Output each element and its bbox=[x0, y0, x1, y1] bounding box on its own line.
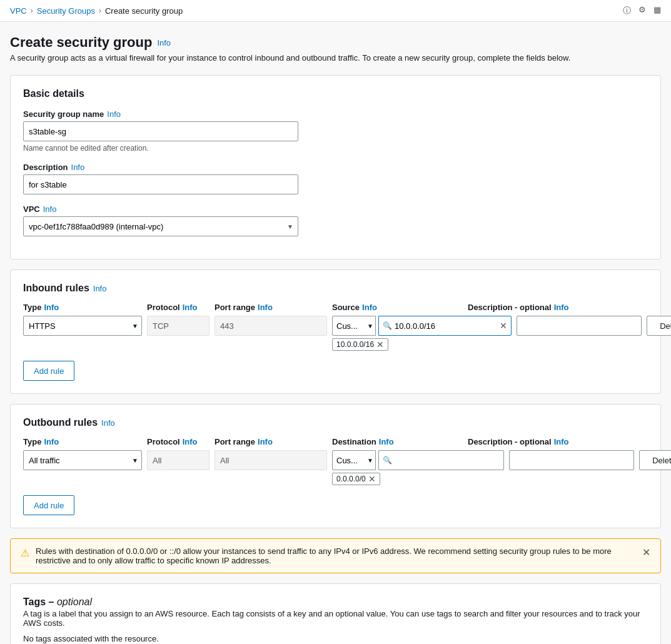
description-input[interactable] bbox=[23, 174, 298, 194]
inbound-protocol-input bbox=[147, 316, 209, 336]
inbound-source-tag: 10.0.0.0/16 ✕ bbox=[332, 338, 388, 351]
outbound-col-dest-info[interactable]: Info bbox=[379, 437, 394, 446]
outbound-col-protocol-info[interactable]: Info bbox=[183, 437, 198, 446]
tags-subtitle: A tag is a label that you assign to an A… bbox=[23, 609, 648, 628]
outbound-col-port-info[interactable]: Info bbox=[258, 437, 273, 446]
breadcrumb: VPC › Security Groups › Create security … bbox=[0, 0, 671, 22]
inbound-col-desc: Description - optional Info bbox=[468, 303, 593, 312]
breadcrumb-security-groups[interactable]: Security Groups bbox=[37, 6, 95, 16]
breadcrumb-vpc[interactable]: VPC bbox=[10, 6, 27, 16]
page-subtitle: A security group acts as a virtual firew… bbox=[10, 53, 661, 63]
outbound-rules-col-headers: Type Info Protocol Info Port range Info … bbox=[23, 437, 648, 446]
outbound-dest-tags: 0.0.0.0/0 ✕ bbox=[332, 473, 504, 485]
settings-icon[interactable]: ⚙ bbox=[638, 5, 646, 16]
name-label: Security group name Info bbox=[23, 109, 648, 119]
breadcrumb-sep-1: › bbox=[31, 6, 33, 15]
name-note: Name cannot be edited after creation. bbox=[23, 144, 648, 153]
outbound-col-type-info[interactable]: Info bbox=[44, 437, 59, 446]
outbound-rules-section: Outbound rules Info Type Info Protocol I… bbox=[10, 404, 661, 528]
outbound-dest-inner: Cus... ▼ 🔍 bbox=[332, 450, 504, 470]
vpc-field-group: VPC Info vpc-0ef1fc788faa0d989 (internal… bbox=[23, 204, 648, 236]
vpc-info-link[interactable]: Info bbox=[43, 204, 57, 214]
basic-details-title: Basic details bbox=[23, 88, 648, 99]
outbound-dest-cell: Cus... ▼ 🔍 0.0.0.0/0 ✕ bbox=[332, 450, 504, 485]
outbound-port-input bbox=[214, 450, 327, 470]
inbound-col-source-info[interactable]: Info bbox=[362, 303, 377, 312]
inbound-rules-col-headers: Type Info Protocol Info Port range Info … bbox=[23, 303, 648, 312]
outbound-protocol-input bbox=[147, 450, 209, 470]
page-title: Create security group Info bbox=[10, 34, 661, 51]
inbound-delete-button[interactable]: Delete bbox=[647, 316, 671, 336]
inbound-source-cell: Cus... ▼ 🔍 ✕ 10.0.0.0/16 ✕ bbox=[332, 316, 512, 351]
tags-title: Tags – optional bbox=[23, 596, 648, 608]
inbound-source-select[interactable]: Cus... bbox=[332, 316, 376, 336]
tags-section: Tags – optional A tag is a label that yo… bbox=[10, 583, 661, 644]
inbound-source-select-wrap: Cus... ▼ bbox=[332, 316, 376, 336]
outbound-rules-info-link[interactable]: Info bbox=[101, 418, 115, 428]
desc-label: Description Info bbox=[23, 163, 648, 172]
basic-details-section: Basic details Security group name Info N… bbox=[10, 75, 661, 259]
inbound-source-inner: Cus... ▼ 🔍 ✕ bbox=[332, 316, 512, 336]
inbound-port-input bbox=[214, 316, 327, 336]
outbound-col-dest: Destination Info bbox=[332, 437, 463, 446]
outbound-type-wrapper: All traffic ▼ bbox=[23, 450, 142, 470]
outbound-dest-tag-remove[interactable]: ✕ bbox=[368, 475, 376, 483]
inbound-col-source: Source Info bbox=[332, 303, 463, 312]
vpc-label: VPC Info bbox=[23, 204, 648, 214]
breadcrumb-icons: ⓘ ⚙ ▦ bbox=[623, 5, 661, 16]
help-icon[interactable]: ⓘ bbox=[623, 5, 631, 16]
layout-icon[interactable]: ▦ bbox=[653, 5, 661, 16]
outbound-rules-header: Outbound rules Info bbox=[23, 417, 648, 428]
warning-text: Rules with destination of 0.0.0.0/0 or :… bbox=[36, 546, 636, 565]
security-group-name-input[interactable] bbox=[23, 121, 298, 141]
inbound-col-port-info[interactable]: Info bbox=[258, 303, 273, 312]
outbound-type-select[interactable]: All traffic bbox=[23, 450, 142, 470]
vpc-select-wrapper: vpc-0ef1fc788faa0d989 (internal-vpc) ▼ bbox=[23, 216, 298, 236]
outbound-dest-search-input[interactable] bbox=[395, 456, 500, 465]
inbound-source-tag-remove[interactable]: ✕ bbox=[376, 340, 384, 349]
outbound-dest-tag-value: 0.0.0.0/0 bbox=[336, 475, 366, 483]
outbound-add-rule-button[interactable]: Add rule bbox=[23, 495, 74, 515]
desc-field-group: Description Info bbox=[23, 163, 648, 194]
outbound-col-port: Port range Info bbox=[214, 437, 327, 446]
outbound-rules-title: Outbound rules bbox=[23, 417, 98, 428]
inbound-rules-title: Inbound rules bbox=[23, 283, 89, 294]
inbound-source-search-box[interactable]: 🔍 ✕ bbox=[378, 316, 512, 336]
inbound-type-select[interactable]: HTTPS bbox=[23, 316, 142, 336]
warning-close-icon[interactable]: ✕ bbox=[642, 546, 650, 558]
page-info-link[interactable]: Info bbox=[157, 38, 171, 48]
inbound-desc-input[interactable] bbox=[517, 316, 642, 336]
inbound-rules-info-link[interactable]: Info bbox=[93, 284, 107, 293]
outbound-dest-select-wrap: Cus... ▼ bbox=[332, 450, 376, 470]
outbound-col-desc: Description - optional Info bbox=[468, 437, 593, 446]
inbound-rules-header: Inbound rules Info bbox=[23, 283, 648, 294]
outbound-search-icon: 🔍 bbox=[383, 456, 392, 465]
outbound-col-desc-info[interactable]: Info bbox=[554, 437, 569, 446]
outbound-col-protocol: Protocol Info bbox=[147, 437, 209, 446]
vpc-select[interactable]: vpc-0ef1fc788faa0d989 (internal-vpc) bbox=[23, 216, 298, 236]
inbound-col-protocol: Protocol Info bbox=[147, 303, 209, 312]
outbound-dest-search-box[interactable]: 🔍 bbox=[378, 450, 504, 470]
inbound-source-search-input[interactable] bbox=[395, 321, 500, 331]
desc-info-link[interactable]: Info bbox=[71, 163, 85, 172]
outbound-desc-input[interactable] bbox=[509, 450, 634, 470]
inbound-source-tags: 10.0.0.0/16 ✕ bbox=[332, 338, 512, 351]
outbound-dest-select[interactable]: Cus... bbox=[332, 450, 376, 470]
tags-optional: optional bbox=[57, 596, 92, 607]
no-tags-message: No tags associated with the resource. bbox=[23, 634, 648, 643]
outbound-delete-button[interactable]: Delete bbox=[639, 450, 671, 470]
inbound-col-desc-info[interactable]: Info bbox=[554, 303, 569, 312]
inbound-col-protocol-info[interactable]: Info bbox=[183, 303, 198, 312]
inbound-add-rule-button[interactable]: Add rule bbox=[23, 361, 74, 381]
warning-icon: ⚠ bbox=[21, 547, 29, 559]
inbound-col-type-info[interactable]: Info bbox=[44, 303, 59, 312]
name-info-link[interactable]: Info bbox=[107, 109, 121, 119]
warning-banner: ⚠ Rules with destination of 0.0.0.0/0 or… bbox=[10, 538, 661, 573]
search-icon: 🔍 bbox=[383, 321, 392, 330]
breadcrumb-current: Create security group bbox=[105, 6, 183, 16]
inbound-source-tag-value: 10.0.0.0/16 bbox=[336, 340, 374, 349]
breadcrumb-sep-2: › bbox=[99, 6, 101, 15]
inbound-source-clear-icon[interactable]: ✕ bbox=[500, 321, 507, 331]
outbound-rule-row: All traffic ▼ Cus... ▼ 🔍 bbox=[23, 450, 648, 485]
outbound-col-type: Type Info bbox=[23, 437, 142, 446]
